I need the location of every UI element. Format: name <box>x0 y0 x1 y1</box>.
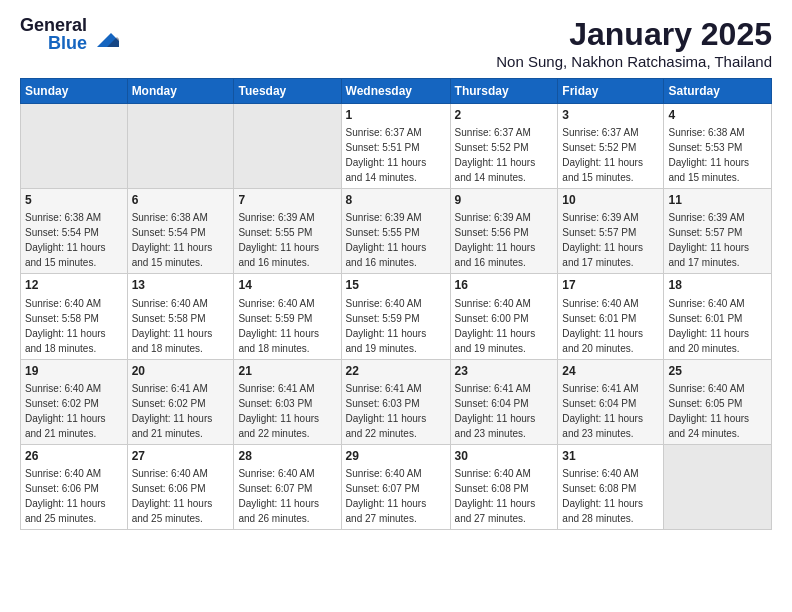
calendar-subtitle: Non Sung, Nakhon Ratchasima, Thailand <box>496 53 772 70</box>
calendar-cell: 14Sunrise: 6:40 AMSunset: 5:59 PMDayligh… <box>234 274 341 359</box>
day-info: Sunrise: 6:41 AMSunset: 6:04 PMDaylight:… <box>562 383 643 439</box>
calendar-cell: 24Sunrise: 6:41 AMSunset: 6:04 PMDayligh… <box>558 359 664 444</box>
day-info: Sunrise: 6:37 AMSunset: 5:52 PMDaylight:… <box>455 127 536 183</box>
day-info: Sunrise: 6:41 AMSunset: 6:03 PMDaylight:… <box>238 383 319 439</box>
day-number: 25 <box>668 363 767 379</box>
calendar-cell <box>21 104 128 189</box>
day-number: 27 <box>132 448 230 464</box>
day-info: Sunrise: 6:37 AMSunset: 5:51 PMDaylight:… <box>346 127 427 183</box>
day-info: Sunrise: 6:40 AMSunset: 5:58 PMDaylight:… <box>132 298 213 354</box>
calendar-cell: 26Sunrise: 6:40 AMSunset: 6:06 PMDayligh… <box>21 444 128 529</box>
day-number: 21 <box>238 363 336 379</box>
calendar-cell: 21Sunrise: 6:41 AMSunset: 6:03 PMDayligh… <box>234 359 341 444</box>
day-number: 31 <box>562 448 659 464</box>
day-number: 7 <box>238 192 336 208</box>
calendar-cell: 1Sunrise: 6:37 AMSunset: 5:51 PMDaylight… <box>341 104 450 189</box>
col-friday: Friday <box>558 79 664 104</box>
day-number: 1 <box>346 107 446 123</box>
day-info: Sunrise: 6:40 AMSunset: 6:06 PMDaylight:… <box>25 468 106 524</box>
day-info: Sunrise: 6:41 AMSunset: 6:03 PMDaylight:… <box>346 383 427 439</box>
day-number: 29 <box>346 448 446 464</box>
calendar-table: Sunday Monday Tuesday Wednesday Thursday… <box>20 78 772 530</box>
day-number: 26 <box>25 448 123 464</box>
col-wednesday: Wednesday <box>341 79 450 104</box>
day-info: Sunrise: 6:40 AMSunset: 6:02 PMDaylight:… <box>25 383 106 439</box>
col-thursday: Thursday <box>450 79 558 104</box>
day-info: Sunrise: 6:40 AMSunset: 6:08 PMDaylight:… <box>562 468 643 524</box>
calendar-cell: 29Sunrise: 6:40 AMSunset: 6:07 PMDayligh… <box>341 444 450 529</box>
logo: General Blue <box>20 16 119 52</box>
calendar-cell: 15Sunrise: 6:40 AMSunset: 5:59 PMDayligh… <box>341 274 450 359</box>
day-info: Sunrise: 6:39 AMSunset: 5:56 PMDaylight:… <box>455 212 536 268</box>
calendar-week-1: 1Sunrise: 6:37 AMSunset: 5:51 PMDaylight… <box>21 104 772 189</box>
calendar-cell: 3Sunrise: 6:37 AMSunset: 5:52 PMDaylight… <box>558 104 664 189</box>
day-number: 11 <box>668 192 767 208</box>
calendar-week-2: 5Sunrise: 6:38 AMSunset: 5:54 PMDaylight… <box>21 189 772 274</box>
header-row: Sunday Monday Tuesday Wednesday Thursday… <box>21 79 772 104</box>
calendar-cell <box>127 104 234 189</box>
day-info: Sunrise: 6:40 AMSunset: 5:59 PMDaylight:… <box>346 298 427 354</box>
day-info: Sunrise: 6:39 AMSunset: 5:55 PMDaylight:… <box>346 212 427 268</box>
calendar-cell: 23Sunrise: 6:41 AMSunset: 6:04 PMDayligh… <box>450 359 558 444</box>
day-number: 9 <box>455 192 554 208</box>
day-number: 28 <box>238 448 336 464</box>
day-number: 24 <box>562 363 659 379</box>
day-info: Sunrise: 6:41 AMSunset: 6:02 PMDaylight:… <box>132 383 213 439</box>
day-number: 30 <box>455 448 554 464</box>
logo-block: General Blue <box>20 16 119 52</box>
calendar-cell: 20Sunrise: 6:41 AMSunset: 6:02 PMDayligh… <box>127 359 234 444</box>
calendar-cell: 16Sunrise: 6:40 AMSunset: 6:00 PMDayligh… <box>450 274 558 359</box>
day-number: 5 <box>25 192 123 208</box>
day-info: Sunrise: 6:38 AMSunset: 5:53 PMDaylight:… <box>668 127 749 183</box>
day-info: Sunrise: 6:40 AMSunset: 6:07 PMDaylight:… <box>346 468 427 524</box>
calendar-cell: 17Sunrise: 6:40 AMSunset: 6:01 PMDayligh… <box>558 274 664 359</box>
calendar-cell: 11Sunrise: 6:39 AMSunset: 5:57 PMDayligh… <box>664 189 772 274</box>
day-info: Sunrise: 6:40 AMSunset: 5:59 PMDaylight:… <box>238 298 319 354</box>
calendar-cell: 31Sunrise: 6:40 AMSunset: 6:08 PMDayligh… <box>558 444 664 529</box>
calendar-week-4: 19Sunrise: 6:40 AMSunset: 6:02 PMDayligh… <box>21 359 772 444</box>
day-info: Sunrise: 6:40 AMSunset: 6:01 PMDaylight:… <box>562 298 643 354</box>
day-info: Sunrise: 6:39 AMSunset: 5:57 PMDaylight:… <box>562 212 643 268</box>
calendar-title: January 2025 <box>496 16 772 53</box>
day-number: 2 <box>455 107 554 123</box>
day-info: Sunrise: 6:40 AMSunset: 6:00 PMDaylight:… <box>455 298 536 354</box>
day-number: 17 <box>562 277 659 293</box>
day-number: 12 <box>25 277 123 293</box>
day-info: Sunrise: 6:40 AMSunset: 6:05 PMDaylight:… <box>668 383 749 439</box>
day-number: 22 <box>346 363 446 379</box>
col-monday: Monday <box>127 79 234 104</box>
calendar-cell: 28Sunrise: 6:40 AMSunset: 6:07 PMDayligh… <box>234 444 341 529</box>
calendar-cell: 27Sunrise: 6:40 AMSunset: 6:06 PMDayligh… <box>127 444 234 529</box>
calendar-cell <box>234 104 341 189</box>
calendar-cell: 10Sunrise: 6:39 AMSunset: 5:57 PMDayligh… <box>558 189 664 274</box>
calendar-week-5: 26Sunrise: 6:40 AMSunset: 6:06 PMDayligh… <box>21 444 772 529</box>
day-number: 19 <box>25 363 123 379</box>
col-sunday: Sunday <box>21 79 128 104</box>
day-number: 15 <box>346 277 446 293</box>
day-number: 10 <box>562 192 659 208</box>
calendar-cell: 18Sunrise: 6:40 AMSunset: 6:01 PMDayligh… <box>664 274 772 359</box>
day-info: Sunrise: 6:41 AMSunset: 6:04 PMDaylight:… <box>455 383 536 439</box>
page: General Blue January 2025 Non Sung, Nakh… <box>0 0 792 540</box>
calendar-cell: 9Sunrise: 6:39 AMSunset: 5:56 PMDaylight… <box>450 189 558 274</box>
logo-general-text: General <box>20 16 87 34</box>
day-number: 6 <box>132 192 230 208</box>
logo-icon <box>89 19 119 49</box>
col-saturday: Saturday <box>664 79 772 104</box>
day-number: 23 <box>455 363 554 379</box>
day-info: Sunrise: 6:40 AMSunset: 5:58 PMDaylight:… <box>25 298 106 354</box>
calendar-header: Sunday Monday Tuesday Wednesday Thursday… <box>21 79 772 104</box>
logo-blue-text: Blue <box>48 34 87 52</box>
day-info: Sunrise: 6:38 AMSunset: 5:54 PMDaylight:… <box>132 212 213 268</box>
col-tuesday: Tuesday <box>234 79 341 104</box>
calendar-cell: 7Sunrise: 6:39 AMSunset: 5:55 PMDaylight… <box>234 189 341 274</box>
calendar-week-3: 12Sunrise: 6:40 AMSunset: 5:58 PMDayligh… <box>21 274 772 359</box>
day-number: 8 <box>346 192 446 208</box>
calendar-cell: 5Sunrise: 6:38 AMSunset: 5:54 PMDaylight… <box>21 189 128 274</box>
day-number: 18 <box>668 277 767 293</box>
calendar-cell: 22Sunrise: 6:41 AMSunset: 6:03 PMDayligh… <box>341 359 450 444</box>
day-info: Sunrise: 6:38 AMSunset: 5:54 PMDaylight:… <box>25 212 106 268</box>
day-info: Sunrise: 6:40 AMSunset: 6:06 PMDaylight:… <box>132 468 213 524</box>
calendar-cell: 2Sunrise: 6:37 AMSunset: 5:52 PMDaylight… <box>450 104 558 189</box>
day-number: 20 <box>132 363 230 379</box>
